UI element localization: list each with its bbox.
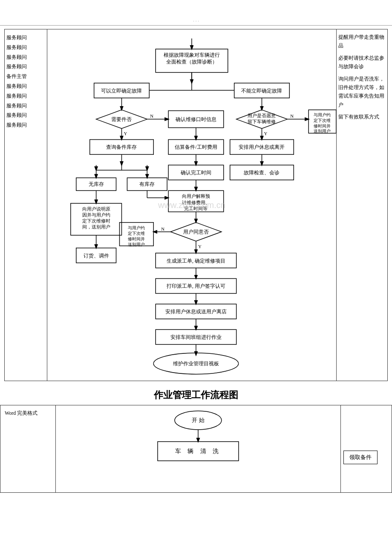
svg-text:安排用户休息或送用户离店: 安排用户休息或送用户离店 xyxy=(165,309,227,315)
svg-text:有库存: 有库存 xyxy=(139,181,155,187)
role-8: 服务顾问 xyxy=(6,101,45,111)
svg-text:向用户说明原: 向用户说明原 xyxy=(82,206,110,211)
svg-text:不能立即确定故障: 不能立即确定故障 xyxy=(242,88,282,94)
svg-text:故障检查、会诊: 故障检查、会诊 xyxy=(244,170,280,176)
svg-text:订货、调件: 订货、调件 xyxy=(84,253,109,259)
svg-text:Y: Y xyxy=(264,131,268,136)
role-7: 服务顾问 xyxy=(6,91,45,101)
svg-text:送别用户: 送别用户 xyxy=(128,242,145,247)
bottom-left-col: Word 完美格式 xyxy=(0,405,56,492)
svg-text:定下次维: 定下次维 xyxy=(314,118,331,123)
svg-text:维护作业管理目视板: 维护作业管理目视板 xyxy=(173,361,219,367)
svg-text:间，送别用户: 间，送别用户 xyxy=(82,224,110,229)
svg-text:与用户约: 与用户约 xyxy=(314,113,331,117)
flowchart-svg: 根据故障现象对车辆进行 全面检查（故障诊断） 可以立即确定故障 不能立即确定故障 xyxy=(47,29,336,379)
bottom-margin xyxy=(0,493,392,510)
svg-text:需要件否: 需要件否 xyxy=(111,116,132,122)
note-3: 询问用户是否洗车，旧件处理方式等，如需试车应事先告知用户 xyxy=(338,75,386,110)
svg-text:确认完工时间: 确认完工时间 xyxy=(180,170,211,176)
svg-text:用户同意否: 用户同意否 xyxy=(183,229,209,235)
bottom-flowchart-svg: 开 始 车 辆 清 洗 xyxy=(56,405,340,491)
role-5: 备件主管 xyxy=(6,72,45,81)
svg-text:确认维修口时信息: 确认维修口时信息 xyxy=(175,116,216,122)
svg-text:因并与用户约: 因并与用户约 xyxy=(82,212,110,217)
svg-text:估算备件/工时费用: 估算备件/工时费用 xyxy=(174,144,217,150)
svg-text:查询备件库存: 查询备件库存 xyxy=(106,144,137,150)
svg-text:向用户解释预: 向用户解释预 xyxy=(182,194,210,199)
word-format-label: Word 完美格式 xyxy=(3,408,53,419)
role-2: 服务顾问 xyxy=(6,43,45,52)
svg-text:可以立即确定故障: 可以立即确定故障 xyxy=(101,88,142,94)
svg-text:与用户约: 与用户约 xyxy=(128,225,145,230)
center-diagram: www.zixin.com.cn 根据故障现象对车辆进行 全面检查（故障诊断） … xyxy=(47,29,336,381)
svg-text:送别用户: 送别用户 xyxy=(314,129,331,133)
note-2: 必要时请技术总监参与故障会诊 xyxy=(338,54,386,71)
right-notes-column: 提醒用户带走贵重物品 必要时请技术总监参与故障会诊 询问用户是否洗车，旧件处理方… xyxy=(336,29,387,381)
svg-text:N: N xyxy=(290,113,294,119)
svg-text:完工时间等: 完工时间等 xyxy=(184,206,208,211)
role-1: 服务顾问 xyxy=(6,33,45,43)
left-roles-column: 服务顾问 服务顾问 服务顾问 服务顾问 备件主管 服务顾问 服务顾问 服务顾问 … xyxy=(5,29,47,381)
role-6: 服务顾问 xyxy=(6,81,45,91)
svg-text:Y: Y xyxy=(198,244,202,249)
svg-text:修时间并: 修时间并 xyxy=(128,237,145,241)
bottom-right-col: 领取备件 xyxy=(340,405,392,492)
role-9: 服务顾问 xyxy=(6,110,45,120)
svg-text:开 始: 开 始 xyxy=(192,417,204,423)
section-title: 作业管理工作流程图 xyxy=(0,384,392,405)
svg-text:N: N xyxy=(150,113,153,119)
page-wrapper: · · · 服务顾问 服务顾问 服务顾问 服务顾问 备件主管 服务顾问 服务顾问… xyxy=(0,0,392,555)
bottom-diagram-area: Word 完美格式 开 始 车 辆 清 洗 领取 xyxy=(0,405,392,493)
bottom-center-col: 开 始 车 辆 清 洗 xyxy=(56,405,340,492)
role-10: 服务顾问 xyxy=(6,120,45,130)
svg-text:修时间并: 修时间并 xyxy=(314,124,331,128)
svg-text:Y: Y xyxy=(124,131,127,136)
svg-text:安排车间班组进行作业: 安排车间班组进行作业 xyxy=(170,334,222,340)
svg-text:计维修费用、: 计维修费用、 xyxy=(182,200,210,205)
get-parts-box: 领取备件 xyxy=(343,451,378,464)
svg-text:无库存: 无库存 xyxy=(89,181,104,187)
svg-text:定下次维修时: 定下次维修时 xyxy=(82,218,110,223)
main-diagram-area: 服务顾问 服务顾问 服务顾问 服务顾问 备件主管 服务顾问 服务顾问 服务顾问 … xyxy=(4,29,388,381)
svg-text:留下车辆维修: 留下车辆维修 xyxy=(248,119,276,124)
svg-text:车 辆 清 洗: 车 辆 清 洗 xyxy=(175,448,222,454)
svg-text:N: N xyxy=(161,226,164,231)
svg-text:根据故障现象对车辆进行: 根据故障现象对车辆进行 xyxy=(164,52,220,58)
role-3: 服务顾问 xyxy=(6,52,45,62)
note-1: 提醒用户带走贵重物品 xyxy=(338,33,386,50)
svg-text:生成派工单, 确定维修项目: 生成派工单, 确定维修项目 xyxy=(167,258,225,264)
role-4: 服务顾问 xyxy=(6,62,45,72)
note-4: 留下有效联系方式 xyxy=(338,113,386,121)
svg-text:用户是否愿意: 用户是否愿意 xyxy=(248,113,276,118)
svg-text:全面检查（故障诊断）: 全面检查（故障诊断） xyxy=(166,59,217,65)
svg-text:定下次维: 定下次维 xyxy=(128,231,145,236)
svg-text:安排用户休息或离开: 安排用户休息或离开 xyxy=(239,144,285,150)
page-header-dots: · · · xyxy=(193,18,199,23)
top-margin: · · · xyxy=(0,0,392,26)
svg-text:打印派工单, 用户签字认可: 打印派工单, 用户签字认可 xyxy=(166,283,225,289)
